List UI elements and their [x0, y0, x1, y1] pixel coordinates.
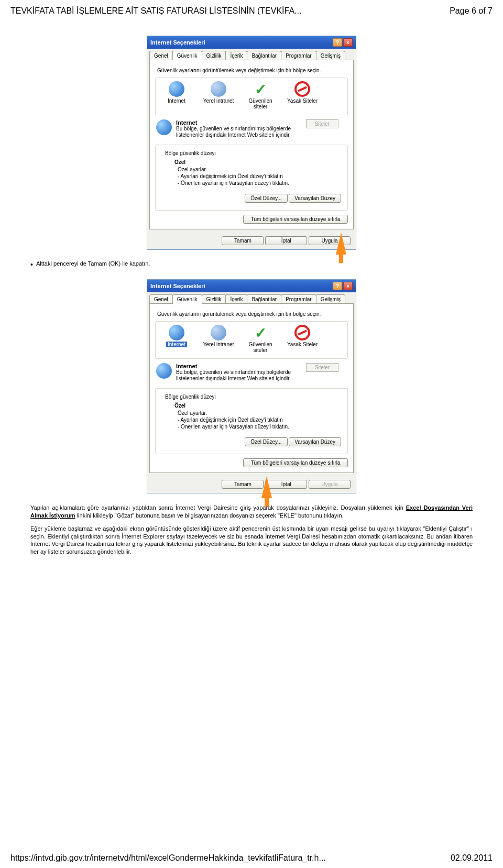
p1a: Yapılan açıklamalara göre ayarlarınızı y… — [30, 504, 406, 511]
ozel-sub1: - Ayarları değiştirmek için Özel düzey'i… — [178, 416, 341, 423]
security-level-group: Bölge güvenlik düzeyi Özel Özel ayarlar.… — [155, 145, 348, 211]
content: Internet Seçenekleri ? × Genel Güvenlik … — [0, 20, 503, 556]
titlebar-buttons: ? × — [333, 38, 353, 47]
restrict-icon — [294, 81, 310, 97]
intranet-icon — [211, 81, 226, 97]
close-button[interactable]: × — [343, 38, 353, 47]
reset-row: Tüm bölgeleri varsayılan düzeye sıfırla — [155, 458, 348, 467]
zone-label: Yasak Siteler — [287, 342, 318, 347]
dialog-2-wrap: Internet Seçenekleri ? × Genel Güvenlik … — [16, 279, 487, 493]
check-icon: ✓ — [253, 81, 268, 97]
tabstrip: Genel Güvenlik Gizlilik İçerik Bağlantıl… — [147, 292, 356, 304]
globe-icon — [169, 81, 184, 97]
tab-programlar[interactable]: Programlar — [281, 51, 316, 60]
tab-guvenlik[interactable]: Güvenlik — [172, 51, 202, 60]
p1b: linkini klikleyip "Gözat" butonuna basın… — [75, 512, 344, 519]
cancel-button[interactable]: İptal — [265, 236, 307, 245]
apply-button: Uygula — [309, 480, 351, 489]
zone-restricted[interactable]: Yasak Siteler — [287, 325, 318, 353]
tab-gelismis[interactable]: Gelişmiş — [316, 51, 345, 60]
zone-internet[interactable]: Internet — [161, 325, 192, 353]
close-button[interactable]: × — [343, 282, 353, 290]
zone-trusted[interactable]: ✓ Güvenilen siteler — [245, 81, 276, 109]
ok-button[interactable]: Tamam — [222, 480, 264, 489]
tab-guvenlik[interactable]: Güvenlik — [172, 294, 202, 304]
ok-button[interactable]: Tamam — [222, 236, 264, 245]
footer-date: 02.09.2011 — [451, 853, 493, 863]
arrow-icon — [336, 233, 346, 255]
globe-icon — [156, 363, 172, 379]
tab-gizlilik[interactable]: Gizlilik — [202, 294, 226, 304]
zone-list: Internet Yerel intranet ✓ Güvenilen site… — [155, 78, 348, 115]
zone-label: Internet — [168, 98, 185, 104]
default-level-button[interactable]: Varsayılan Düzey — [289, 437, 341, 446]
group-legend: Bölge güvenlik düzeyi — [163, 394, 218, 400]
zone-label: Yerel intranet — [203, 98, 234, 104]
zone-label: Yerel intranet — [203, 342, 234, 347]
tab-icerik[interactable]: İçerik — [225, 51, 247, 60]
reset-all-button[interactable]: Tüm bölgeleri varsayılan düzeye sıfırla — [243, 215, 348, 224]
security-level-group: Bölge güvenlik düzeyi Özel Özel ayarlar.… — [155, 388, 348, 454]
internet-options-dialog-2: Internet Seçenekleri ? × Genel Güvenlik … — [147, 279, 356, 493]
help-button[interactable]: ? — [333, 282, 342, 290]
tab-panel: Güvenlik ayarlarını görüntülemek veya de… — [149, 60, 354, 229]
tab-baglantilar[interactable]: Bağlantılar — [247, 294, 281, 304]
titlebar: Internet Seçenekleri ? × — [147, 36, 356, 49]
tab-gelismis[interactable]: Gelişmiş — [316, 294, 345, 304]
reset-all-button[interactable]: Tüm bölgeleri varsayılan düzeye sıfırla — [243, 458, 348, 467]
intranet-icon — [211, 325, 226, 340]
custom-level-button[interactable]: Özel Düzey... — [245, 194, 287, 203]
tab-baglantilar[interactable]: Bağlantılar — [247, 51, 281, 60]
level-buttons: Özel Düzey... Varsayılan Düzey — [162, 437, 341, 446]
tab-genel[interactable]: Genel — [149, 51, 173, 60]
tab-icerik[interactable]: İçerik — [225, 294, 247, 304]
ozel-sub2: - Önerilen ayarlar için Varsayılan düzey… — [178, 423, 341, 430]
zone-desc: Bu bölge, güvenilen ve sınırlandırılmış … — [176, 126, 291, 138]
zone-name: Internet — [176, 119, 197, 126]
bullet-text: Alttaki pencereyi de Tamam (OK) ile kapa… — [36, 260, 150, 267]
group-legend: Bölge güvenlik düzeyi — [163, 150, 218, 156]
ozel-sub1: - Ayarları değiştirmek için Özel düzey'i… — [178, 173, 341, 180]
zone-label: Güvenilen siteler — [245, 342, 276, 353]
zone-instruction: Güvenlik ayarlarını görüntülemek veya de… — [157, 311, 348, 317]
help-button[interactable]: ? — [333, 38, 342, 47]
tab-genel[interactable]: Genel — [149, 294, 173, 304]
page-number: Page 6 of 7 — [450, 6, 493, 16]
tab-panel: Güvenlik ayarlarını görüntülemek veya de… — [149, 303, 354, 473]
zone-label: Güvenilen siteler — [245, 98, 276, 109]
zone-intranet[interactable]: Yerel intranet — [203, 81, 234, 109]
globe-icon — [156, 119, 172, 135]
doc-title: TEVKİFATA TABİ İŞLEMLERE AİT SATIŞ FATUR… — [10, 6, 301, 16]
tab-gizlilik[interactable]: Gizlilik — [202, 51, 226, 60]
dialog-title: Internet Seçenekleri — [150, 39, 205, 46]
tabstrip: Genel Güvenlik Gizlilik İçerik Bağlantıl… — [147, 49, 356, 60]
zone-list: Internet Yerel intranet ✓ Güvenilen site… — [155, 321, 348, 359]
sites-button[interactable]: Siteler — [306, 119, 338, 128]
custom-block: Özel Özel ayarlar. - Ayarları değiştirme… — [174, 159, 341, 186]
paragraph-1: Yapılan açıklamalara göre ayarlarınızı y… — [30, 504, 473, 520]
internet-options-dialog-1: Internet Seçenekleri ? × Genel Güvenlik … — [147, 36, 356, 250]
ozel-title: Özel — [174, 159, 341, 165]
zone-restricted[interactable]: Yasak Siteler — [287, 81, 318, 109]
dialog-title: Internet Seçenekleri — [150, 283, 205, 289]
paragraph-2: Eğer yükleme başlamaz ve aşağıdaki ekran… — [30, 525, 473, 556]
titlebar-buttons: ? × — [333, 282, 353, 290]
sites-button[interactable]: Siteler — [306, 363, 338, 372]
custom-level-button[interactable]: Özel Düzey... — [245, 437, 287, 446]
page-header: TEVKİFATA TABİ İŞLEMLERE AİT SATIŞ FATUR… — [0, 0, 503, 20]
globe-icon — [169, 325, 184, 340]
arrow-icon — [261, 476, 272, 498]
tab-programlar[interactable]: Programlar — [281, 294, 316, 304]
dialog-buttons: Tamam İptal Uygula — [147, 232, 356, 249]
default-level-button[interactable]: Varsayılan Düzey — [289, 194, 341, 203]
dialog-buttons: Tamam İptal Uygula — [147, 476, 356, 493]
titlebar: Internet Seçenekleri ? × — [147, 280, 356, 292]
zone-desc: Bu bölge, güvenilen ve sınırlandırılmış … — [176, 369, 291, 382]
ozel-sub2: - Önerilen ayarlar için Varsayılan düzey… — [178, 180, 341, 186]
zone-trusted[interactable]: ✓ Güvenilen siteler — [245, 325, 276, 353]
zone-internet[interactable]: Internet — [161, 81, 192, 109]
page-footer: https://intvd.gib.gov.tr/internetvd/html… — [0, 848, 503, 868]
zone-intranet[interactable]: Yerel intranet — [203, 325, 234, 353]
custom-block: Özel Özel ayarlar. - Ayarları değiştirme… — [174, 403, 341, 430]
ozel-title: Özel — [174, 403, 341, 409]
